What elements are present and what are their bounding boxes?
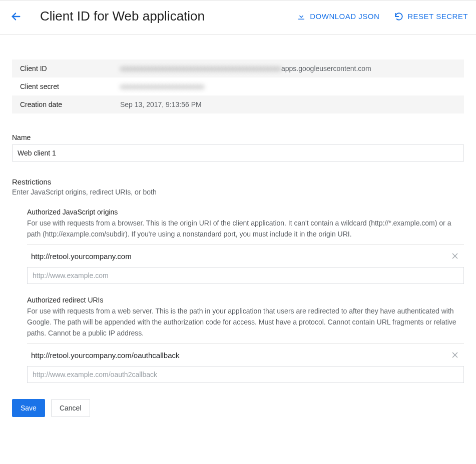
client-secret-masked: xxxxxxxxxxxxxxxxxxxxxxxx (120, 82, 204, 90)
download-json-label: DOWNLOAD JSON (310, 12, 379, 20)
redirect-uri-value[interactable]: http://retool.yourcompany.com/oauthcallb… (31, 351, 450, 360)
js-origin-add-input[interactable] (27, 267, 464, 284)
client-id-masked: xxxxxxxxxxxxxxxxxxxxxxxxxxxxxxxxxxxxxxxx… (120, 64, 281, 72)
js-origin-value[interactable]: http://retool.yourcompany.com (31, 252, 450, 260)
save-button[interactable]: Save (12, 399, 45, 417)
restrictions-subtitle: Enter JavaScript origins, redirect URIs,… (12, 188, 464, 196)
reset-secret-label: RESET SECRET (407, 12, 468, 20)
redirect-uri-entry: http://retool.yourcompany.com/oauthcallb… (27, 344, 464, 366)
js-origins-title: Authorized JavaScript origins (27, 208, 464, 216)
creation-date-value: Sep 13, 2017, 9:13:56 PM (112, 96, 464, 114)
cancel-button[interactable]: Cancel (51, 399, 90, 417)
redirect-uris-title: Authorized redirect URIs (27, 296, 464, 304)
client-secret-label: Client secret (12, 78, 112, 96)
js-origins-section: Authorized JavaScript origins For use wi… (12, 208, 464, 284)
table-row: Client secret xxxxxxxxxxxxxxxxxxxxxxxx (12, 78, 464, 96)
download-icon (297, 12, 306, 21)
table-row: Creation date Sep 13, 2017, 9:13:56 PM (12, 96, 464, 114)
client-id-suffix: apps.googleusercontent.com (281, 64, 371, 72)
svg-rect-1 (298, 18, 304, 20)
js-origins-description: For use with requests from a browser. Th… (27, 218, 464, 240)
close-icon[interactable] (450, 251, 460, 261)
client-id-label: Client ID (12, 60, 112, 78)
redirect-uris-section: Authorized redirect URIs For use with re… (12, 296, 464, 383)
client-secret-value: xxxxxxxxxxxxxxxxxxxxxxxx (112, 78, 464, 96)
redirect-uris-description: For use with requests from a web server.… (27, 306, 464, 338)
name-input[interactable] (12, 144, 464, 162)
redirect-uri-add-input[interactable] (27, 366, 464, 383)
close-icon[interactable] (450, 350, 460, 360)
refresh-icon (394, 12, 403, 21)
page-title: Client ID for Web application (40, 8, 282, 24)
client-id-value: xxxxxxxxxxxxxxxxxxxxxxxxxxxxxxxxxxxxxxxx… (112, 60, 464, 78)
table-row: Client ID xxxxxxxxxxxxxxxxxxxxxxxxxxxxxx… (12, 60, 464, 78)
restrictions-title: Restrictions (12, 178, 464, 186)
reset-secret-button[interactable]: RESET SECRET (394, 12, 468, 21)
creation-date-label: Creation date (12, 96, 112, 114)
download-json-button[interactable]: DOWNLOAD JSON (297, 12, 379, 21)
client-info-table: Client ID xxxxxxxxxxxxxxxxxxxxxxxxxxxxxx… (12, 60, 464, 114)
name-label: Name (12, 134, 464, 142)
back-arrow-icon[interactable] (10, 10, 22, 22)
js-origin-entry: http://retool.yourcompany.com (27, 245, 464, 267)
